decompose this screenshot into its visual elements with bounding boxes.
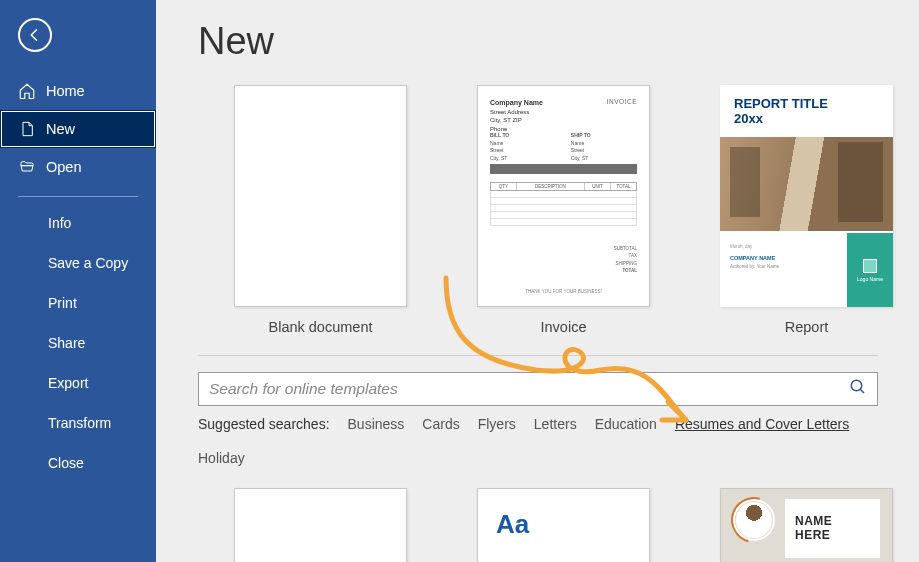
report-title-l1: REPORT TITLE xyxy=(734,96,828,111)
suggested-searches: Suggested searches: Business Cards Flyer… xyxy=(198,416,888,466)
resume-name-l1: NAME xyxy=(795,515,870,528)
word-backstage-new: Home New Open Info Save a Copy Print Sha… xyxy=(0,0,919,562)
report-logo-icon xyxy=(863,259,877,273)
report-author: Authored by: Your Name xyxy=(730,263,837,270)
svg-point-0 xyxy=(851,380,862,391)
invoice-company-block: Company NameStreet AddressCity, ST ZIPPh… xyxy=(490,98,543,133)
invoice-company-name: Company Name xyxy=(490,99,543,106)
suggested-flyers[interactable]: Flyers xyxy=(478,416,516,432)
invoice-ship-to: SHIP TONameStreetCity, ST xyxy=(571,132,637,162)
report-title-line: REPORT TITLE 20xx xyxy=(734,97,879,127)
template-blank-label: Blank document xyxy=(269,319,373,335)
main-panel: New Blank document Company NameStreet Ad… xyxy=(156,0,919,562)
template-extra-1[interactable] xyxy=(234,488,407,562)
template-invoice-thumb: Company NameStreet AddressCity, ST ZIPPh… xyxy=(477,85,650,307)
template-report[interactable]: REPORT TITLE 20xx Month, day COMPANY NAM… xyxy=(720,85,893,335)
backstage-sidebar: Home New Open Info Save a Copy Print Sha… xyxy=(0,0,156,562)
template-blank-document[interactable]: Blank document xyxy=(234,85,407,335)
nav-close[interactable]: Close xyxy=(0,443,156,483)
back-arrow-icon xyxy=(26,26,44,44)
svg-line-1 xyxy=(860,389,864,393)
invoice-totals: SUBTOTALTAXSHIPPINGTOTAL xyxy=(614,245,637,274)
home-icon xyxy=(18,82,36,100)
suggested-letters[interactable]: Letters xyxy=(534,416,577,432)
nav-home-label: Home xyxy=(46,83,85,99)
nav-transform[interactable]: Transform xyxy=(0,403,156,443)
featured-templates-row: Blank document Company NameStreet Addres… xyxy=(198,85,899,335)
resume-card: NAME HERE xyxy=(721,489,892,562)
report-logo-text: Logo Name xyxy=(857,276,883,282)
nav-open-label: Open xyxy=(46,159,81,175)
new-doc-icon xyxy=(18,120,36,138)
nav-print[interactable]: Print xyxy=(0,283,156,323)
resume-name-block: NAME HERE xyxy=(785,499,880,558)
invoice-bill-to: BILL TONameStreetCity, ST xyxy=(490,132,556,162)
suggested-label: Suggested searches: xyxy=(198,416,330,432)
invoice-footer: THANK YOU FOR YOUR BUSINESS! xyxy=(490,289,637,294)
primary-nav: Home New Open Info Save a Copy Print Sha… xyxy=(0,72,156,483)
suggested-business[interactable]: Business xyxy=(348,416,405,432)
template-invoice-label: Invoice xyxy=(541,319,587,335)
nav-home[interactable]: Home xyxy=(0,72,156,110)
resume-name-l2: HERE xyxy=(795,529,870,542)
search-icon[interactable] xyxy=(849,378,867,400)
template-style-set[interactable]: Aa xyxy=(477,488,650,562)
nav-divider xyxy=(18,196,138,197)
nav-new[interactable]: New xyxy=(0,110,156,148)
template-report-thumb: REPORT TITLE 20xx Month, day COMPANY NAM… xyxy=(720,85,893,307)
invoice-addresses: BILL TONameStreetCity, ST SHIP TONameStr… xyxy=(490,132,637,162)
suggested-resumes-cover-letters[interactable]: Resumes and Cover Letters xyxy=(675,416,849,432)
templates-row-divider xyxy=(198,355,878,356)
template-style-set-thumb: Aa xyxy=(477,488,650,562)
template-extra-1-thumb xyxy=(234,488,407,562)
nav-open[interactable]: Open xyxy=(0,148,156,186)
template-blank-thumb xyxy=(234,85,407,307)
nav-new-label: New xyxy=(46,121,75,137)
report-footer-left: Month, day COMPANY NAME Authored by: You… xyxy=(720,233,847,307)
open-folder-icon xyxy=(18,158,36,176)
report-title-block: REPORT TITLE 20xx xyxy=(720,85,893,133)
template-resume[interactable]: NAME HERE xyxy=(720,488,893,562)
nav-share[interactable]: Share xyxy=(0,323,156,363)
back-button[interactable] xyxy=(18,18,52,52)
nav-save-a-copy[interactable]: Save a Copy xyxy=(0,243,156,283)
report-company-name: COMPANY NAME xyxy=(730,254,837,263)
avatar xyxy=(733,499,775,541)
report-footer-right: Logo Name xyxy=(847,233,893,307)
nav-export[interactable]: Export xyxy=(0,363,156,403)
invoice-table: QTYDESCRIPTIONUNITTOTAL xyxy=(490,182,637,242)
invoice-header-band xyxy=(490,164,637,174)
template-report-label: Report xyxy=(785,319,829,335)
template-search-box[interactable] xyxy=(198,372,878,406)
suggested-cards[interactable]: Cards xyxy=(422,416,459,432)
suggested-holiday[interactable]: Holiday xyxy=(198,450,245,466)
page-title: New xyxy=(198,20,899,63)
search-input[interactable] xyxy=(209,380,849,398)
report-footer: Month, day COMPANY NAME Authored by: You… xyxy=(720,233,893,307)
suggested-education[interactable]: Education xyxy=(595,416,657,432)
template-invoice[interactable]: Company NameStreet AddressCity, ST ZIPPh… xyxy=(477,85,650,335)
invoice-label: INVOICE xyxy=(607,98,637,105)
report-title-l2: 20xx xyxy=(734,111,763,126)
aa-sample-text: Aa xyxy=(496,509,529,540)
nav-info[interactable]: Info xyxy=(0,203,156,243)
more-templates-row: Aa NAME HERE xyxy=(198,488,899,562)
template-resume-thumb: NAME HERE xyxy=(720,488,893,562)
report-cover-photo xyxy=(720,137,893,231)
